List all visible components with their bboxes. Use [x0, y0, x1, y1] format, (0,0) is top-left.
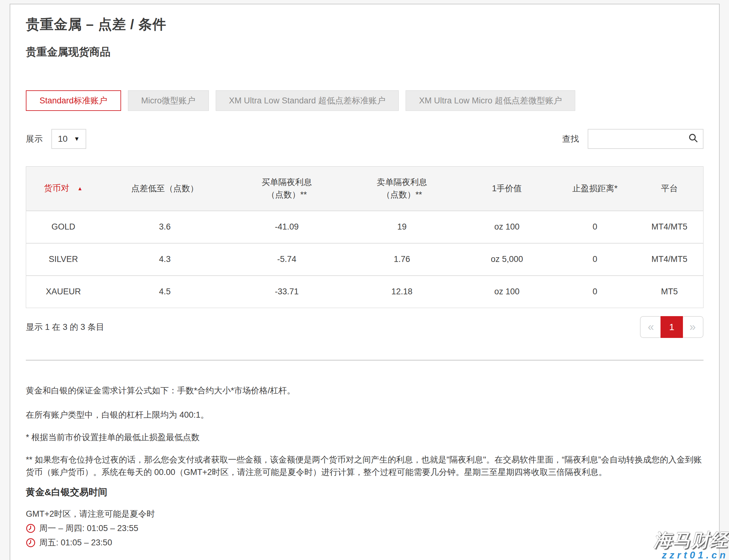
- trading-hours-heading: 黄金&白银交易时间: [26, 486, 703, 498]
- clock-icon: [26, 524, 36, 533]
- watermark-domain: zzrt01.cn: [654, 550, 728, 560]
- table-cell: MT4/MT5: [636, 243, 703, 276]
- table-header-row: 货币对▲点差低至（点数）买单隔夜利息 （点数）**卖单隔夜利息 （点数）**1手…: [26, 167, 703, 211]
- search-input[interactable]: [593, 134, 688, 144]
- table-cell: 0: [554, 243, 636, 276]
- table-cell: 19: [344, 211, 459, 243]
- table-cell: 0: [554, 211, 636, 243]
- watermark-brand: 海马财经: [654, 531, 728, 549]
- chevron-down-icon: ▼: [74, 135, 80, 142]
- table-row: SILVER4.3-5.741.76oz 5,0000MT4/MT5: [26, 243, 703, 276]
- table-cell: MT4/MT5: [636, 211, 703, 243]
- search-box: [588, 129, 703, 149]
- column-header[interactable]: 货币对▲: [26, 167, 101, 211]
- table-cell: SILVER: [26, 243, 101, 276]
- column-header[interactable]: 点差低至（点数）: [101, 167, 229, 211]
- column-header[interactable]: 平台: [636, 167, 703, 211]
- sort-asc-icon: ▲: [78, 186, 83, 192]
- table-cell: 12.18: [344, 276, 459, 308]
- trading-hours-line: 周一 – 周四: 01:05 – 23:55: [26, 523, 703, 534]
- trading-hours-line: 周五: 01:05 – 23:50: [26, 537, 703, 548]
- table-row: GOLD3.6-41.0919oz 1000MT4/MT5: [26, 211, 703, 243]
- search-label: 查找: [562, 133, 579, 145]
- note-paragraph: ** 如果您有仓位持仓过夜的话，那么您会支付或者获取一些金额，该金额便是两个货币…: [26, 453, 703, 478]
- section-divider: [26, 360, 703, 361]
- column-header[interactable]: 买单隔夜利息 （点数）**: [229, 167, 344, 211]
- table-cell: GOLD: [26, 211, 101, 243]
- pagination-prev-button[interactable]: «: [640, 316, 662, 338]
- table-footer: 显示 1 在 3 的 3 条目 « 1 »: [26, 316, 703, 338]
- spreads-table: 货币对▲点差低至（点数）买单隔夜利息 （点数）**卖单隔夜利息 （点数）**1手…: [26, 166, 703, 308]
- tab-micro[interactable]: Micro微型账户: [128, 90, 209, 111]
- page-size-dropdown[interactable]: 10 ▼: [51, 129, 86, 149]
- column-header[interactable]: 1手价值: [459, 167, 554, 211]
- table-cell: oz 5,000: [459, 243, 554, 276]
- table-cell: -41.09: [229, 211, 344, 243]
- page-subtitle: 贵重金属现货商品: [26, 45, 703, 58]
- pagination-page-1-button[interactable]: 1: [660, 316, 683, 338]
- table-cell: 4.5: [101, 276, 229, 308]
- column-header[interactable]: 止盈损距离*: [554, 167, 636, 211]
- clock-icon: [26, 538, 36, 548]
- account-tabs: Standard标准账户Micro微型账户XM Ultra Low Standa…: [26, 90, 703, 111]
- column-header-label: 货币对: [44, 183, 69, 193]
- table-body: GOLD3.6-41.0919oz 1000MT4/MT5SILVER4.3-5…: [26, 211, 703, 308]
- main-panel: 贵重金属 – 点差 / 条件 贵重金属现货商品 Standard标准账户Micr…: [10, 4, 720, 560]
- table-cell: -33.71: [229, 276, 344, 308]
- table-cell: oz 100: [459, 276, 554, 308]
- trading-hours-lines: 周一 – 周四: 01:05 – 23:55周五: 01:05 – 23:50: [26, 523, 703, 548]
- table-cell: MT5: [636, 276, 703, 308]
- entries-summary: 显示 1 在 3 的 3 条目: [26, 321, 104, 333]
- page-size-value: 10: [58, 134, 68, 144]
- note-paragraph: 在所有账户类型中，白银的杠杆上限均为 400:1。: [26, 409, 703, 421]
- table-cell: 3.6: [101, 211, 229, 243]
- table-cell: 1.76: [344, 243, 459, 276]
- note-paragraph: 黄金和白银的保证金需求计算公式如下：手数*合约大小*市场价格/杠杆。: [26, 384, 703, 397]
- tab-ultra-low-standard[interactable]: XM Ultra Low Standard 超低点差标准账户: [216, 90, 399, 111]
- pagination: « 1 »: [640, 316, 703, 338]
- timezone-note: GMT+2时区，请注意可能是夏令时: [26, 508, 703, 520]
- show-entries-label: 展示: [26, 133, 43, 145]
- notes: 黄金和白银的保证金需求计算公式如下：手数*合约大小*市场价格/杠杆。在所有账户类…: [26, 384, 703, 478]
- watermark: 海马财经 zzrt01.cn: [654, 531, 728, 560]
- table-cell: XAUEUR: [26, 276, 101, 308]
- search-icon[interactable]: [688, 133, 698, 145]
- note-paragraph: * 根据当前市价设置挂单的最低止损盈最低点数: [26, 431, 703, 444]
- table-row: XAUEUR4.5-33.7112.18oz 1000MT5: [26, 276, 703, 308]
- tab-standard[interactable]: Standard标准账户: [26, 90, 121, 111]
- page-title: 贵重金属 – 点差 / 条件: [26, 16, 703, 32]
- table-cell: 0: [554, 276, 636, 308]
- trading-hours-text: 周五: 01:05 – 23:50: [39, 537, 112, 548]
- table-cell: -5.74: [229, 243, 344, 276]
- tab-ultra-low-micro[interactable]: XM Ultra Low Micro 超低点差微型账户: [405, 90, 575, 111]
- table-controls: 展示 10 ▼ 查找: [26, 129, 703, 149]
- table-cell: oz 100: [459, 211, 554, 243]
- pagination-next-button[interactable]: »: [682, 316, 703, 338]
- table-cell: 4.3: [101, 243, 229, 276]
- trading-hours-text: 周一 – 周四: 01:05 – 23:55: [39, 523, 138, 534]
- column-header[interactable]: 卖单隔夜利息 （点数）**: [344, 167, 459, 211]
